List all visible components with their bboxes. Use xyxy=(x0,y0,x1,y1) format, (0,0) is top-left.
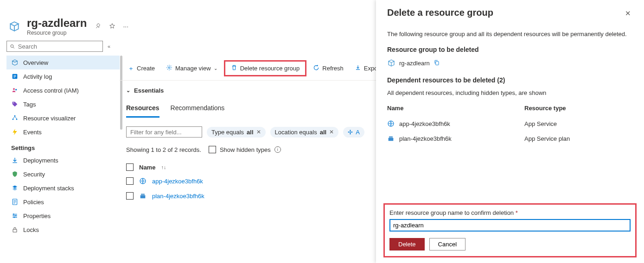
dep-section-title: Dependent resources to be deleted (2) xyxy=(387,76,633,84)
access-control-icon xyxy=(11,87,19,94)
sidebar-label: Resource visualizer xyxy=(23,115,76,122)
filter-pill-location[interactable]: Location equals all ✕ xyxy=(270,127,339,138)
overview-icon xyxy=(11,59,19,66)
activity-log-icon xyxy=(11,73,19,80)
row-checkbox[interactable] xyxy=(126,177,134,185)
dep-type: App Service plan xyxy=(524,135,570,142)
page-subtitle: Resource group xyxy=(27,30,87,36)
close-icon[interactable]: ✕ xyxy=(329,129,334,135)
filter-plus-icon: ✢ xyxy=(348,129,353,136)
search-input[interactable] xyxy=(18,43,100,50)
sidebar-label: Activity log xyxy=(23,73,52,80)
svg-point-10 xyxy=(13,213,14,215)
cancel-button[interactable]: Cancel xyxy=(429,238,465,250)
dep-row: app-4jezkoe3bfh6k App Service xyxy=(387,116,633,131)
name-column-header[interactable]: Name xyxy=(139,164,155,171)
refresh-button[interactable]: Refresh xyxy=(308,63,348,74)
resource-visualizer-icon xyxy=(11,114,19,122)
svg-point-7 xyxy=(13,119,14,120)
policies-icon xyxy=(11,198,19,206)
create-button[interactable]: ＋ Create xyxy=(123,63,159,75)
svg-point-8 xyxy=(16,119,18,120)
search-icon xyxy=(10,44,15,50)
sidebar-item-resource-visualizer[interactable]: Resource visualizer xyxy=(6,111,120,125)
more-icon[interactable]: ··· xyxy=(123,23,128,31)
svg-rect-17 xyxy=(141,194,145,195)
sidebar-section-settings: Settings xyxy=(6,139,120,153)
panel-title: Delete a resource group xyxy=(387,7,493,18)
sidebar-search[interactable] xyxy=(6,41,103,52)
sidebar-item-overview[interactable]: Overview xyxy=(6,56,120,69)
resource-link[interactable]: plan-4jezkoe3bfh6k xyxy=(152,193,204,200)
sidebar-item-security[interactable]: Security xyxy=(6,167,120,181)
deployments-icon xyxy=(11,157,19,164)
delete-button[interactable]: Delete xyxy=(389,238,425,250)
app-service-plan-icon xyxy=(387,135,395,142)
rg-section-title: Resource group to be deleted xyxy=(387,46,633,53)
sidebar-label: Security xyxy=(23,171,45,178)
panel-description: The following resource group and all its… xyxy=(387,31,633,38)
manage-view-button[interactable]: Manage view ⌄ xyxy=(161,63,222,74)
svg-rect-16 xyxy=(140,195,146,199)
sidebar-label: Deployments xyxy=(23,157,58,164)
sidebar-item-events[interactable]: Events xyxy=(6,125,120,139)
sidebar-item-activity-log[interactable]: Activity log xyxy=(6,69,120,83)
svg-rect-21 xyxy=(389,136,393,138)
delete-resource-group-button[interactable]: Delete resource group xyxy=(224,60,307,76)
events-icon xyxy=(11,128,19,136)
sidebar-label: Access control (IAM) xyxy=(23,87,79,94)
show-hidden-checkbox[interactable] xyxy=(209,146,216,153)
sidebar-item-properties[interactable]: Properties xyxy=(6,209,120,223)
sidebar-item-deployment-stacks[interactable]: Deployment stacks xyxy=(6,181,120,195)
filter-pill-type[interactable]: Type equals all ✕ xyxy=(207,127,266,138)
sort-icon[interactable]: ↑↓ xyxy=(161,164,166,170)
sidebar-label: Locks xyxy=(23,226,39,233)
star-icon[interactable] xyxy=(109,23,115,31)
info-icon[interactable]: i xyxy=(274,146,281,153)
svg-point-4 xyxy=(15,89,17,90)
sidebar-item-deployments[interactable]: Deployments xyxy=(6,153,120,167)
sidebar-item-locks[interactable]: Locks xyxy=(6,223,120,237)
svg-point-14 xyxy=(168,67,170,69)
dep-table-header: Name Resource type xyxy=(387,105,633,116)
tab-resources[interactable]: Resources xyxy=(126,100,159,118)
svg-rect-13 xyxy=(13,229,17,232)
pin-icon[interactable] xyxy=(95,23,102,31)
trash-icon xyxy=(231,64,237,72)
dep-name: plan-4jezkoe3bfh6k xyxy=(399,135,452,142)
gear-icon xyxy=(166,64,172,72)
dep-type: App Service xyxy=(524,120,557,127)
panel-footer: Enter resource group name to confirm del… xyxy=(383,203,637,257)
dep-name-header: Name xyxy=(387,105,524,112)
rg-to-delete: rg-azdlearn xyxy=(387,59,633,67)
download-icon xyxy=(355,64,361,72)
sidebar-label: Overview xyxy=(23,59,48,66)
header-actions: ··· xyxy=(95,23,128,31)
close-panel-button[interactable]: ✕ xyxy=(623,7,633,19)
tab-recommendations[interactable]: Recommendations xyxy=(171,100,225,118)
row-checkbox[interactable] xyxy=(126,192,134,200)
filter-input[interactable] xyxy=(126,126,202,138)
sidebar-item-access-control[interactable]: Access control (IAM) xyxy=(6,83,120,97)
copy-icon[interactable] xyxy=(434,59,440,67)
show-hidden-label: Show hidden types xyxy=(220,146,271,153)
collapse-sidebar-icon[interactable]: « xyxy=(108,44,110,49)
close-icon[interactable]: ✕ xyxy=(256,129,261,135)
resource-link[interactable]: app-4jezkoe3bfh6k xyxy=(152,178,203,185)
app-service-icon xyxy=(139,177,147,185)
select-all-checkbox[interactable] xyxy=(126,163,134,171)
svg-point-11 xyxy=(15,215,17,217)
locks-icon xyxy=(11,226,19,233)
chevron-down-icon: ⌄ xyxy=(214,66,217,71)
properties-icon xyxy=(11,212,19,219)
confirm-input[interactable] xyxy=(389,219,631,232)
sidebar-item-tags[interactable]: Tags xyxy=(6,97,120,111)
svg-point-12 xyxy=(13,217,15,218)
app-service-icon xyxy=(387,120,395,127)
resource-group-icon xyxy=(387,59,395,67)
sidebar-label: Policies xyxy=(23,199,44,206)
app-service-plan-icon xyxy=(139,192,147,200)
sidebar-item-policies[interactable]: Policies xyxy=(6,195,120,209)
add-filter-button[interactable]: ✢ A xyxy=(343,127,364,138)
security-icon xyxy=(11,170,19,178)
